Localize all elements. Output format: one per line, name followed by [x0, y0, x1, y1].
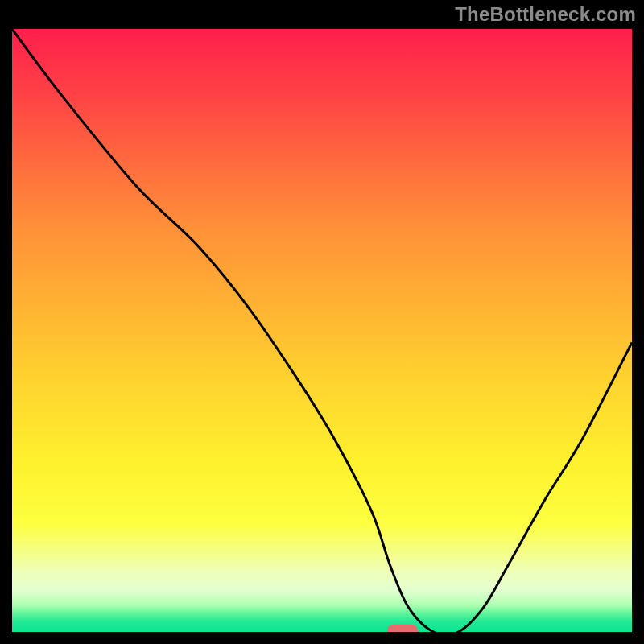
- plot-area: [12, 29, 632, 632]
- bottleneck-curve: [12, 29, 632, 632]
- optimal-point-marker: [387, 625, 418, 632]
- chart-frame: TheBottleneck.com: [0, 0, 644, 644]
- curve-layer: [12, 29, 632, 632]
- watermark-text: TheBottleneck.com: [455, 3, 636, 26]
